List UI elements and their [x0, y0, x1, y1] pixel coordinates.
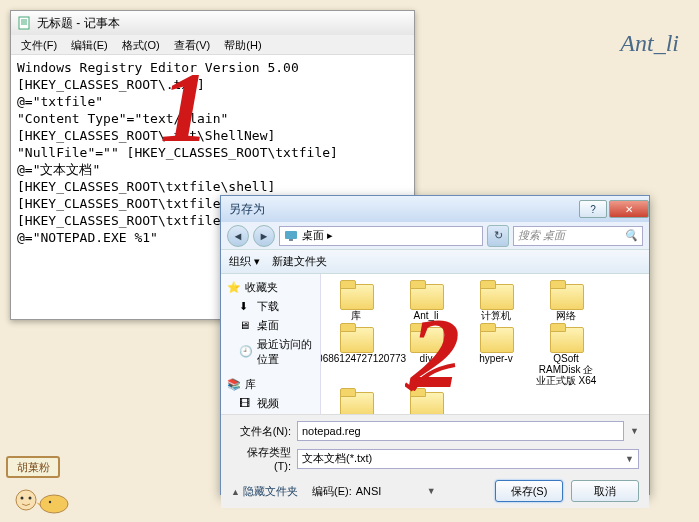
folder-icon — [478, 280, 514, 308]
filename-input[interactable] — [297, 421, 624, 441]
sidebar-pictures[interactable]: 🖼图片 — [223, 413, 318, 414]
back-button[interactable]: ◄ — [227, 225, 249, 247]
breadcrumb-text: 桌面 ▸ — [302, 228, 333, 243]
menu-format[interactable]: 格式(O) — [116, 35, 166, 54]
download-icon: ⬇ — [239, 300, 253, 314]
menu-help[interactable]: 帮助(H) — [218, 35, 267, 54]
sidebar-videos[interactable]: 🎞视频 — [223, 394, 318, 413]
sidebar-label: 桌面 — [257, 318, 279, 333]
file-label: 网络 — [556, 310, 576, 321]
file-item[interactable]: 计算机 — [465, 280, 527, 321]
watermark-text: Ant_li — [620, 30, 679, 57]
save-as-dialog: 另存为 ? ✕ ◄ ► 桌面 ▸ ↻ 搜索 桌面 🔍 组织 ▾ 新建文件夹 ⭐ … — [220, 195, 650, 495]
desktop-icon — [284, 229, 298, 243]
notepad-titlebar[interactable]: 无标题 - 记事本 — [11, 11, 414, 35]
chevron-down-icon[interactable]: ▼ — [630, 426, 639, 436]
libraries-label: 库 — [245, 377, 256, 392]
video-icon: 🎞 — [239, 397, 253, 411]
menu-view[interactable]: 查看(V) — [168, 35, 217, 54]
menu-edit[interactable]: 编辑(E) — [65, 35, 114, 54]
dialog-toolbar: 组织 ▾ 新建文件夹 — [221, 250, 649, 274]
nav-bar: ◄ ► 桌面 ▸ ↻ 搜索 桌面 🔍 — [221, 222, 649, 250]
file-label: hyper-v — [479, 353, 512, 364]
sidebar-label: 下载 — [257, 299, 279, 314]
refresh-button[interactable]: ↻ — [487, 225, 509, 247]
file-label: Ant_li — [413, 310, 438, 321]
file-view[interactable]: 库 Ant_li 计算机 网络 200686124727120773 diy h… — [321, 274, 649, 414]
chevron-up-icon: ▲ — [231, 487, 240, 497]
folder-icon — [338, 323, 374, 351]
svg-point-10 — [49, 501, 51, 503]
file-item[interactable]: Ant_li — [395, 280, 457, 321]
file-item[interactable]: 网络 — [535, 280, 597, 321]
file-item[interactable]: 200686124727120773 — [325, 323, 387, 386]
organize-button[interactable]: 组织 ▾ — [229, 254, 260, 269]
encoding-value: ANSI — [356, 485, 382, 497]
hide-folders-label: 隐藏文件夹 — [243, 485, 298, 497]
filename-label: 文件名(N): — [231, 424, 291, 439]
sidebar-label: 最近访问的位置 — [257, 337, 314, 367]
file-item[interactable]: Symantec System Recovery_xp510.co... — [395, 388, 457, 414]
savetype-value: 文本文档(*.txt) — [302, 451, 372, 466]
favorites-label: 收藏夹 — [245, 280, 278, 295]
savetype-combo[interactable]: 文本文档(*.txt) ▼ — [297, 449, 639, 469]
folder-icon — [338, 280, 374, 308]
file-item[interactable]: hyper-v — [465, 323, 527, 386]
svg-point-8 — [29, 497, 32, 500]
close-button[interactable]: ✕ — [609, 200, 649, 218]
sidebar-libraries[interactable]: 📚 库 — [223, 375, 318, 394]
forward-button[interactable]: ► — [253, 225, 275, 247]
folder-icon — [408, 323, 444, 351]
star-icon: ⭐ — [227, 281, 241, 295]
chevron-down-icon: ▼ — [427, 486, 436, 496]
notepad-title: 无标题 - 记事本 — [37, 15, 120, 32]
chevron-down-icon: ▼ — [625, 454, 634, 464]
encoding-combo[interactable]: ANSI ▼ — [356, 485, 436, 497]
svg-rect-0 — [19, 17, 29, 29]
svg-point-7 — [21, 497, 24, 500]
file-label: 200686124727120773 — [321, 353, 406, 364]
doodle-sign: 胡菓粉 — [6, 456, 60, 478]
folder-icon — [408, 388, 444, 414]
savetype-label: 保存类型(T): — [231, 445, 291, 472]
save-button[interactable]: 保存(S) — [495, 480, 563, 502]
folder-icon — [408, 280, 444, 308]
file-item[interactable]: QSoft RAMDisk 企业正式版 X64 — [535, 323, 597, 386]
encoding-label: 编码(E): — [312, 484, 352, 499]
window-buttons: ? ✕ — [577, 200, 649, 218]
file-item[interactable]: Ramdisk for X86 — [325, 388, 387, 414]
cancel-button[interactable]: 取消 — [571, 480, 639, 502]
dialog-bottom: 文件名(N): ▼ 保存类型(T): 文本文档(*.txt) ▼ ▲ 隐藏文件夹… — [221, 414, 649, 508]
file-item[interactable]: 库 — [325, 280, 387, 321]
dialog-title: 另存为 — [229, 201, 265, 218]
sidebar-downloads[interactable]: ⬇下载 — [223, 297, 318, 316]
notepad-icon — [17, 16, 31, 30]
file-label: 计算机 — [481, 310, 511, 321]
sidebar-favorites[interactable]: ⭐ 收藏夹 — [223, 278, 318, 297]
folder-icon — [478, 323, 514, 351]
svg-rect-5 — [289, 239, 293, 241]
file-label: QSoft RAMDisk 企业正式版 X64 — [535, 353, 597, 386]
help-button[interactable]: ? — [579, 200, 607, 218]
folder-icon — [548, 280, 584, 308]
newfolder-button[interactable]: 新建文件夹 — [272, 254, 327, 269]
breadcrumb[interactable]: 桌面 ▸ — [279, 226, 483, 246]
recent-icon: 🕘 — [239, 345, 253, 359]
search-icon: 🔍 — [624, 229, 638, 242]
sidebar-recent[interactable]: 🕘最近访问的位置 — [223, 335, 318, 369]
menu-file[interactable]: 文件(F) — [15, 35, 63, 54]
file-label: 库 — [351, 310, 361, 321]
search-input[interactable]: 搜索 桌面 🔍 — [513, 226, 643, 246]
svg-rect-4 — [285, 231, 297, 239]
sidebar-desktop[interactable]: 🖥桌面 — [223, 316, 318, 335]
hide-folders-link[interactable]: ▲ 隐藏文件夹 — [231, 484, 298, 499]
file-label: diy — [420, 353, 433, 364]
doodle-cartoon: 胡菓粉 — [6, 456, 76, 516]
file-item[interactable]: diy — [395, 323, 457, 386]
folder-icon — [548, 323, 584, 351]
sidebar: ⭐ 收藏夹 ⬇下载 🖥桌面 🕘最近访问的位置 📚 库 🎞视频 🖼图片 📄文档 — [221, 274, 321, 414]
library-icon: 📚 — [227, 378, 241, 392]
dialog-titlebar[interactable]: 另存为 ? ✕ — [221, 196, 649, 222]
desktop-icon: 🖥 — [239, 319, 253, 333]
sidebar-label: 视频 — [257, 396, 279, 411]
